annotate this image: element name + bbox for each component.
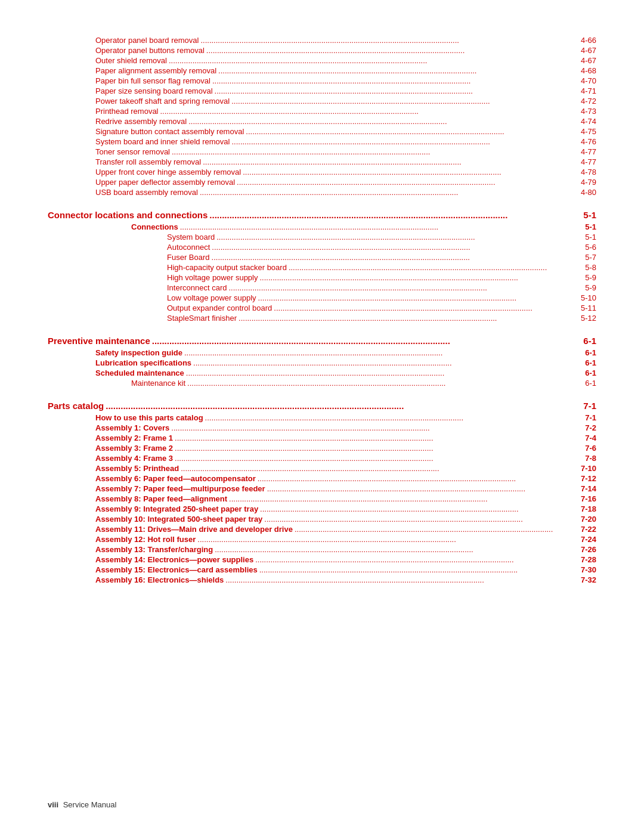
entry-text: Autoconnect [167,243,210,252]
entry-text: Assembly 9: Integrated 250-sheet paper t… [95,504,258,513]
entry-text: Upper paper deflector assembly removal [95,178,235,187]
entry-dots: ........................................… [218,66,579,75]
entry-text: Assembly 4: Frame 3 [95,454,173,463]
entry-dots: ........................................… [175,454,583,463]
entry-text: Upper front cover hinge assembly removal [95,168,241,176]
section-title: Preventive maintenance [48,336,150,346]
entry-dots: ........................................… [258,474,579,483]
toc-entry: Safety inspection guide.................… [48,348,596,357]
entry-dots: ........................................… [181,464,579,473]
toc-top-entries: Operator panel board removal............… [48,36,596,197]
entry-dots: ........................................… [237,178,579,187]
entry-text: Printhead removal [95,107,159,116]
entry-dots: ........................................… [228,283,583,292]
entry-page: 4-78 [581,168,596,176]
entry-dots: ........................................… [274,304,579,312]
section-page: 7-1 [583,401,596,411]
toc-entry: Power takeoff shaft and spring removal..… [48,97,596,106]
entry-dots: ........................................… [212,76,579,85]
entry-page: 7-2 [585,423,596,432]
entry-dots: ........................................… [258,293,579,302]
toc-entry: Toner sensor removal....................… [48,147,596,156]
entry-dots: ........................................… [205,413,584,422]
entry-dots: ........................................… [215,545,579,554]
entry-dots: ........................................… [200,188,579,197]
entry-dots: ........................................… [171,423,583,432]
entry-dots: ........................................… [225,575,579,584]
section-connector: Connector locations and connections.....… [48,210,596,323]
entry-text: Scheduled maintenance [95,368,184,377]
entry-page: 4-80 [581,188,596,197]
entry-text: StapleSmart finisher [167,314,237,323]
section-page: 6-1 [583,336,596,346]
entry-page: 5-1 [585,233,596,241]
toc-entry: Transfer roll assembly removal..........… [48,157,596,166]
entry-page: 5-1 [585,222,596,231]
entry-text: High-capacity output stacker board [167,263,287,272]
entry-page: 7-8 [585,454,596,463]
entry-dots: ........................................… [172,147,579,156]
entry-dots: ........................................… [215,86,579,95]
entry-page: 7-12 [581,474,596,483]
toc-entry: High voltage power supply...............… [48,273,596,282]
entry-text: Safety inspection guide [95,348,182,357]
entry-page: 4-66 [581,36,596,45]
entry-dots: ........................................… [187,379,583,388]
toc-entry: Connections.............................… [48,222,596,231]
toc-entry: Assembly 12: Hot roll fuser.............… [48,535,596,544]
entry-text: Paper bin full sensor flag removal [95,76,210,85]
toc-entry: Fuser Board.............................… [48,253,596,262]
entry-page: 7-24 [581,535,596,544]
toc-entry: Assembly 14: Electronics—power supplies.… [48,555,596,564]
entry-page: 5-8 [585,263,596,272]
toc-entry: Printhead removal.......................… [48,107,596,116]
toc-entry: Maintenance kit.........................… [48,379,596,388]
entry-dots: ........................................… [231,97,579,106]
toc-entry: System board and inner shield removal...… [48,137,596,146]
entry-page: 5-12 [581,314,596,323]
entry-page: 6-1 [585,368,596,377]
footer-page: viii [48,800,58,809]
toc-entry: Assembly 5: Printhead...................… [48,464,596,473]
entry-dots: ........................................… [193,358,583,367]
entry-dots: ........................................… [229,494,579,503]
entry-text: Assembly 5: Printhead [95,464,179,473]
toc-entry: Assembly 16: Electronics—shields........… [48,575,596,584]
entry-page: 4-70 [581,76,596,85]
toc-entry: Assembly 15: Electronics—card assemblies… [48,565,596,574]
toc-entry: Assembly 10: Integrated 500-sheet paper … [48,515,596,524]
section-title: Parts catalog [48,401,104,411]
section-page: 5-1 [583,210,596,220]
entry-dots: ........................................… [212,253,584,262]
toc-entry: Assembly 8: Paper feed—alignment........… [48,494,596,503]
entry-page: 7-16 [581,494,596,503]
entry-page: 5-9 [585,283,596,292]
section-parts: Parts catalog...........................… [48,401,596,584]
entry-dots: ........................................… [216,233,583,241]
entry-dots: ........................................… [264,515,579,524]
entry-dots: ........................................… [175,444,583,453]
entry-page: 7-10 [581,464,596,473]
section-header-preventive: Preventive maintenance..................… [48,336,596,346]
entry-text: Assembly 2: Frame 1 [95,433,173,442]
toc-entry: Signature button contact assembly remova… [48,127,596,136]
entry-page: 5-10 [581,293,596,302]
entry-page: 4-67 [581,46,596,55]
entry-dots: ........................................… [243,168,579,176]
entry-text: Low voltage power supply [167,293,256,302]
toc-entry: Output expander control board...........… [48,304,596,312]
entry-dots: ........................................… [180,222,583,231]
section-header-parts: Parts catalog...........................… [48,401,596,411]
entry-page: 7-28 [581,555,596,564]
toc-entry: Assembly 3: Frame 2.....................… [48,444,596,453]
toc-entry: Operator panel buttons removal..........… [48,46,596,55]
entry-page: 4-67 [581,56,596,65]
toc-entry: Assembly 4: Frame 3.....................… [48,454,596,463]
entry-page: 7-4 [585,433,596,442]
entry-dots: ........................................… [197,535,579,544]
toc-entry: Assembly 1: Covers......................… [48,423,596,432]
entry-text: Paper size sensing board removal [95,86,213,95]
entry-text: High voltage power supply [167,273,258,282]
entry-dots: ........................................… [260,504,579,513]
toc-entry: Paper bin full sensor flag removal......… [48,76,596,85]
